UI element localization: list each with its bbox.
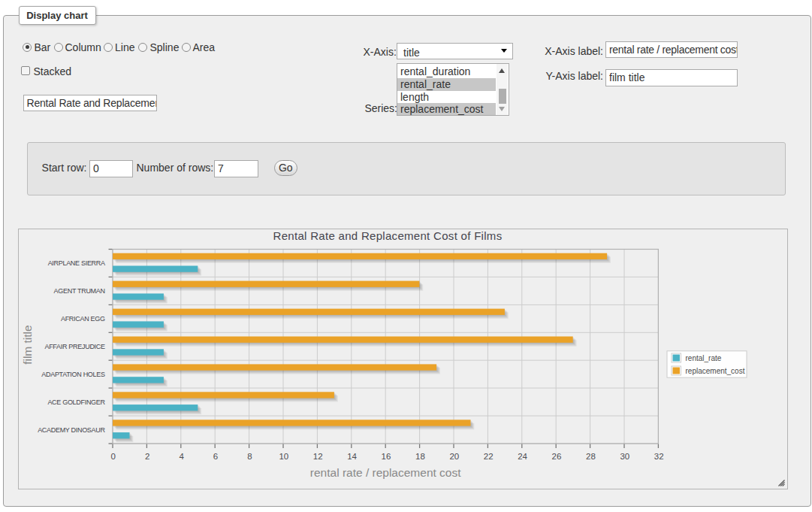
svg-text:Rental Rate and Replacement Co: Rental Rate and Replacement Cost of Film…: [273, 229, 503, 242]
svg-text:16: 16: [382, 452, 391, 461]
svg-text:AFFAIR PREJUDICE: AFFAIR PREJUDICE: [44, 343, 105, 350]
svg-text:14: 14: [347, 452, 357, 461]
svg-text:18: 18: [415, 452, 425, 461]
svg-text:4: 4: [179, 452, 184, 461]
svg-text:AIRPLANE SIERRA: AIRPLANE SIERRA: [48, 259, 105, 267]
svg-text:20: 20: [449, 452, 459, 461]
svg-text:ADAPTATION HOLES: ADAPTATION HOLES: [41, 371, 105, 378]
svg-text:0: 0: [111, 452, 116, 461]
svg-text:24: 24: [518, 452, 527, 461]
svg-text:30: 30: [620, 452, 629, 461]
svg-text:AGENT TRUMAN: AGENT TRUMAN: [54, 287, 105, 295]
svg-text:rental rate / replacement cost: rental rate / replacement cost: [310, 466, 461, 479]
svg-text:replacement_cost: replacement_cost: [686, 367, 745, 375]
svg-text:10: 10: [279, 452, 288, 461]
svg-text:32: 32: [654, 452, 664, 461]
svg-text:2: 2: [145, 452, 149, 461]
svg-text:ACADEMY DINOSAUR: ACADEMY DINOSAUR: [38, 426, 105, 434]
svg-text:28: 28: [586, 452, 596, 461]
svg-text:AFRICAN EGG: AFRICAN EGG: [61, 315, 105, 323]
svg-text:film title: film title: [21, 325, 34, 365]
svg-text:ACE GOLDFINGER: ACE GOLDFINGER: [47, 398, 105, 406]
svg-text:8: 8: [247, 452, 252, 461]
svg-text:rental_rate: rental_rate: [686, 354, 722, 362]
svg-text:6: 6: [213, 452, 218, 461]
svg-text:12: 12: [313, 452, 323, 461]
svg-text:22: 22: [484, 452, 494, 461]
svg-text:26: 26: [552, 452, 562, 461]
